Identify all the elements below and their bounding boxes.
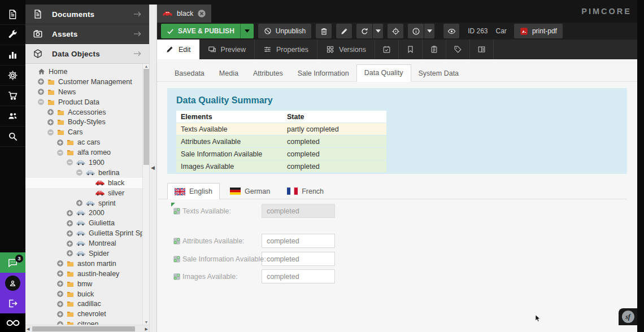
tree-item-buick[interactable]: buick (25, 289, 142, 299)
tree-horizontal-scrollbar[interactable]: ◀ ▶ (25, 325, 149, 332)
tool-eye-button[interactable] (443, 24, 459, 38)
tab-columns[interactable] (470, 40, 494, 59)
tree-item-label: ac cars (77, 138, 100, 146)
tree-item-body-styles[interactable]: Body-Styles (25, 117, 142, 127)
tree-item-home[interactable]: Home (25, 67, 142, 77)
language-tab-german[interactable]: German (223, 183, 277, 199)
tab-preview[interactable]: Preview (199, 40, 255, 59)
rail-settings[interactable] (0, 65, 25, 86)
open-object-tab-black[interactable]: black (157, 5, 211, 23)
tree-item-chevrolet[interactable]: chevrolet (25, 309, 142, 319)
field-input-images-available[interactable] (262, 269, 335, 283)
rail-search[interactable] (0, 126, 25, 147)
tree-item-aston-martin[interactable]: aston martin (25, 259, 142, 269)
car-icon (85, 169, 95, 176)
rail-ecommerce[interactable] (0, 86, 25, 106)
tree-item-label: 2000 (89, 209, 105, 217)
subtab-basedata[interactable]: Basedata (167, 65, 212, 82)
tree-item-cars[interactable]: Cars (25, 127, 142, 137)
panel-documents[interactable]: Documents (25, 5, 149, 24)
tree-item-cadillac[interactable]: cadillac (25, 299, 142, 309)
refresh-icon (360, 27, 369, 36)
panel-assets[interactable]: Assets (25, 24, 149, 44)
car-icon (76, 230, 86, 237)
logout-icon (7, 298, 18, 309)
field-input-attributes-available[interactable] (262, 234, 335, 248)
rail-pimcore-logo[interactable] (0, 313, 25, 332)
tree-item-berlina[interactable]: berlina (25, 168, 142, 178)
tree-item-bmw[interactable]: bmw (25, 279, 142, 289)
tree-item-news[interactable]: News (25, 87, 142, 97)
folder-icon (66, 148, 75, 156)
subtab-media[interactable]: Media (212, 65, 246, 82)
tree-item-product-data[interactable]: Product Data (25, 97, 142, 107)
infinity-icon (6, 319, 20, 327)
subtab-sale-information[interactable]: Sale Information (290, 65, 356, 82)
tree-vertical-scrollbar[interactable]: ▲ ▼ (142, 64, 149, 325)
tree-item-customer-management[interactable]: Customer Management (25, 77, 142, 87)
tree-item-citroen[interactable]: citroen (25, 319, 142, 325)
language-tab-french[interactable]: French (280, 183, 330, 199)
tree-item-gulietta-sprint-special[interactable]: Gulietta Sprint Special (25, 228, 142, 238)
subtab-data-quality[interactable]: Data Quality (356, 64, 411, 82)
tree-item-sprint[interactable]: sprint (25, 198, 142, 208)
tree-item-alfa-romeo[interactable]: alfa romeo (25, 147, 142, 158)
scroll-right-icon[interactable]: ▶ (145, 327, 148, 331)
monitor-icon (208, 45, 216, 54)
summary-element: Texts Available (176, 125, 287, 133)
rail-tools[interactable] (0, 25, 25, 45)
tree-item-silver[interactable]: silver (25, 188, 142, 198)
tree-item-1900[interactable]: 1900 (25, 158, 142, 168)
plus-icon (66, 209, 73, 217)
tab-clipboard[interactable] (423, 40, 446, 59)
toolbar-tools (316, 24, 439, 38)
panel-title: Data Quality Summary (167, 88, 627, 111)
tab-edit[interactable]: Edit (157, 40, 199, 59)
horizontal-scroll-thumb[interactable] (32, 326, 135, 331)
language-label: English (189, 187, 212, 195)
unpublish-button[interactable]: Unpublish (258, 24, 311, 38)
collapse-sidebar-icon[interactable]: ◀ (151, 165, 155, 171)
tree-item-2000[interactable]: 2000 (25, 208, 142, 218)
subtab-system-data[interactable]: System Data (411, 65, 467, 82)
rail-customers[interactable] (0, 106, 25, 126)
tab-tag[interactable] (446, 40, 470, 59)
tree-item-black[interactable]: black (25, 178, 142, 188)
language-tab-english[interactable]: English (167, 183, 220, 199)
rail-user[interactable] (0, 273, 25, 293)
field-input-sale-information-available[interactable] (262, 252, 335, 266)
panel-data-objects[interactable]: Data Objects (25, 44, 149, 64)
vertical-scroll-thumb[interactable] (143, 69, 149, 165)
field-input-texts-available[interactable] (262, 204, 335, 218)
tree-item-ac-cars[interactable]: ac cars (25, 137, 142, 147)
tab-bookmark[interactable] (399, 40, 423, 59)
subtab-attributes[interactable]: Attributes (246, 65, 290, 82)
print-pdf-button[interactable]: print-pdf (514, 24, 563, 38)
save-options-caret[interactable] (240, 24, 254, 38)
tool-info-button[interactable] (408, 24, 424, 38)
tab-versions[interactable]: Versions (317, 40, 375, 59)
plus-icon (37, 78, 45, 85)
tree-item-montreal[interactable]: Montreal (25, 238, 142, 248)
tab-properties[interactable]: Properties (255, 40, 317, 59)
tab-calendar-check[interactable] (375, 40, 399, 59)
tool-trash-button[interactable] (316, 24, 332, 38)
save-publish-button[interactable]: SAVE & PUBLISH (161, 24, 240, 38)
scroll-left-icon[interactable]: ◀ (27, 327, 29, 331)
symfony-toolbar-badge[interactable]: sf (619, 308, 637, 325)
rail-logout[interactable] (0, 293, 25, 313)
tree-item-spider[interactable]: Spider (25, 248, 142, 259)
tree-item-accessories[interactable]: Accessories (25, 107, 142, 117)
tool-target-button[interactable] (388, 24, 403, 38)
close-icon[interactable] (197, 9, 206, 18)
tree-item-austin-healey[interactable]: austin-healey (25, 269, 142, 279)
tool-pencil-button[interactable] (336, 24, 352, 38)
rail-notifications[interactable]: 3 (0, 252, 25, 273)
sidebar-splitter[interactable]: ◀ (149, 5, 157, 332)
tool-refresh-caret[interactable] (373, 24, 383, 38)
tool-info-caret[interactable] (424, 24, 434, 38)
rail-documents[interactable] (0, 5, 25, 25)
tool-refresh-button[interactable] (356, 24, 372, 38)
tree-item-giulietta[interactable]: Giulietta (25, 218, 142, 228)
rail-reports[interactable] (0, 45, 25, 65)
